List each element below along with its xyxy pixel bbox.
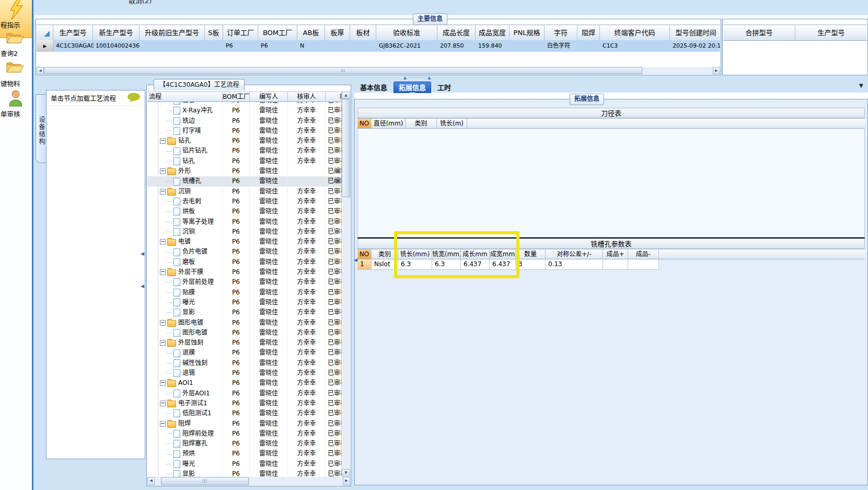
column-header[interactable]: 核审人 [288, 92, 326, 102]
column-header[interactable]: BOM工厂 [258, 25, 297, 41]
expand-icon[interactable] [160, 239, 166, 245]
process-row[interactable]: 电镀P6雷晓佳方幸幸已审核 [147, 237, 343, 247]
column-header[interactable]: BOM工厂 [223, 92, 250, 102]
column-header[interactable]: 直径(mm) [372, 118, 406, 129]
process-row[interactable]: 预烘P6雷晓佳方幸幸已审核 [147, 449, 343, 459]
sidebar-item-order-review[interactable]: 单审核 [0, 109, 32, 119]
process-row[interactable]: AOI1P6雷晓佳方幸幸已审核 [147, 378, 343, 388]
row-selector-icon[interactable]: ▶ [37, 40, 54, 52]
process-row[interactable]: 外形P6雷晓佳已编制 [147, 166, 343, 176]
scroll-thumb[interactable] [44, 67, 642, 74]
process-row[interactable]: 阻焊前处理P6雷晓佳方幸幸已审核 [147, 429, 343, 439]
column-header[interactable]: 成品+ [603, 249, 628, 259]
process-row[interactable]: X-Ray冲孔P6雷晓佳方幸幸已审核 [147, 106, 343, 116]
process-row[interactable]: 阻焊P6雷晓佳方幸幸已审核 [147, 419, 343, 429]
process-row[interactable]: 压合P6雷晓佳方幸幸已审核 [147, 102, 343, 106]
column-header[interactable]: 铣长(m) [437, 118, 467, 129]
column-header[interactable]: 阻焊 [577, 25, 600, 41]
expand-icon[interactable] [160, 380, 166, 386]
process-row[interactable]: 图形电镀P6雷晓佳方幸幸已审核 [147, 318, 343, 328]
scroll-left-icon[interactable]: ◀ [37, 67, 44, 74]
column-header[interactable]: AB板 [297, 25, 325, 41]
process-row[interactable]: 低阻测试1P6雷晓佳方幸幸已审核 [147, 408, 343, 418]
main-grid-selected-row[interactable]: ▶4C1C30AGA010010400243611P6P6NGJB362C-20… [37, 40, 720, 52]
scroll-up-icon[interactable]: ▲ [342, 92, 350, 99]
process-row[interactable]: 铣槽孔P6雷晓佳已编制 [147, 176, 343, 186]
process-row[interactable]: 退膜P6雷晓佳方幸幸已审核 [147, 348, 343, 358]
process-row[interactable]: 外层前处理P6雷晓佳方幸幸已审核 [147, 277, 343, 287]
tab-extended-info[interactable]: 拓展信息 [394, 82, 431, 93]
splitter-collapse-icon[interactable]: ◀ [354, 257, 357, 263]
process-row[interactable]: 烘板P6雷晓佳方幸幸已审核 [147, 207, 343, 216]
column-header[interactable]: 编写人 [250, 92, 288, 102]
process-vscrollbar[interactable]: ▲ ▼ [341, 92, 350, 476]
process-row[interactable]: 外层蚀刻P6雷晓佳方幸幸已审核 [147, 338, 343, 348]
column-header[interactable]: 流程 [147, 92, 223, 102]
expand-icon[interactable] [160, 340, 166, 346]
dropdown-icon[interactable]: ▼ [859, 83, 863, 88]
process-row[interactable]: 打字唛P6雷晓佳方幸幸已审核 [147, 126, 343, 136]
splitter-collapse-icon[interactable]: ◀ [141, 283, 144, 289]
column-header[interactable]: NO [357, 118, 372, 129]
select-all-cell[interactable] [37, 25, 53, 41]
column-header[interactable]: 成品宽度 [476, 25, 510, 41]
column-header[interactable]: 订单工厂 [223, 25, 258, 41]
scroll-track[interactable] [155, 477, 343, 485]
splitter-collapse-icon[interactable]: ◀ [141, 251, 144, 256]
process-flow-tab[interactable]: 【4C1C30AGA0】工艺流程 [154, 79, 245, 90]
tab-work-hours[interactable]: 工时 [433, 82, 456, 93]
column-header[interactable]: NO [357, 249, 372, 259]
scroll-track[interactable] [342, 99, 350, 469]
process-row[interactable]: 阻焊塞孔P6雷晓佳方幸幸已审核 [147, 439, 343, 449]
column-header[interactable]: 状态 [326, 92, 343, 102]
process-row[interactable]: 磨板P6雷晓佳方幸幸已审核 [147, 257, 343, 267]
expand-icon[interactable] [160, 320, 166, 326]
expand-icon[interactable] [160, 269, 166, 275]
process-row[interactable]: 铝片钻孔P6雷晓佳方幸幸已审核 [147, 146, 343, 156]
expand-icon[interactable] [160, 189, 166, 195]
scroll-thumb[interactable] [342, 99, 350, 197]
process-row[interactable]: 等离子处理P6雷晓佳方幸幸已审核 [147, 217, 343, 227]
column-header[interactable]: 板材 [350, 25, 376, 41]
column-header[interactable]: PNL规格 [510, 25, 545, 41]
expand-icon[interactable] [160, 168, 166, 174]
scroll-right-icon[interactable]: ▶ [713, 67, 720, 74]
tab-device-structure[interactable]: 设备结构 [36, 94, 46, 163]
column-header[interactable]: 字符 [545, 25, 577, 41]
cancel-button[interactable]: 取消(2) [129, 0, 152, 5]
process-row[interactable]: 沉铜P6雷晓佳方幸幸已审核 [147, 187, 343, 197]
column-header[interactable]: 成品- [628, 249, 659, 259]
process-row[interactable]: 外层干膜P6雷晓佳方幸幸已审核 [147, 267, 343, 277]
scroll-left-icon[interactable]: ◀ [147, 477, 155, 485]
sidebar-item-key-material[interactable]: 键物料 [0, 78, 32, 88]
expand-icon[interactable] [160, 401, 166, 406]
splitter-handle[interactable]: ▲ ········· ▲ [403, 75, 431, 80]
process-row[interactable]: 钻孔P6雷晓佳方幸幸已审核 [147, 156, 343, 166]
sidebar-item-query2[interactable]: 查询2 [0, 48, 32, 58]
column-header[interactable]: 合拼型号 [723, 25, 795, 41]
expand-icon[interactable] [160, 138, 166, 144]
process-row[interactable]: 碱性蚀刻P6雷晓佳方幸幸已审核 [147, 358, 343, 368]
process-row[interactable]: 退锡P6雷晓佳方幸幸已审核 [147, 368, 343, 378]
column-header[interactable]: S板 [205, 25, 223, 41]
column-header[interactable]: 生产型号 [53, 25, 93, 41]
scroll-down-icon[interactable]: ▼ [342, 469, 350, 476]
process-row[interactable]: 去毛刺P6雷晓佳方幸幸已审核 [147, 197, 343, 207]
column-header[interactable]: 新生产型号 [93, 25, 140, 41]
process-row[interactable]: 铣边P6雷晓佳方幸幸已审核 [147, 116, 343, 126]
process-row[interactable]: 贴膜P6雷晓佳方幸幸已审核 [147, 288, 343, 298]
scroll-right-icon[interactable]: ▶ [343, 477, 350, 485]
column-header[interactable]: 验收标准 [376, 25, 437, 41]
process-row[interactable]: 钻孔P6雷晓佳方幸幸已审核 [147, 136, 343, 146]
expand-icon[interactable] [160, 421, 166, 427]
column-header[interactable]: 板厚 [325, 25, 350, 41]
column-header[interactable]: 成品长度 [437, 25, 476, 41]
process-row[interactable]: 曝光P6雷晓佳方幸幸已审核 [147, 298, 343, 307]
column-header[interactable]: 终端客户代码 [600, 25, 670, 41]
process-hscrollbar[interactable]: ◀ ▶ [147, 477, 350, 485]
column-header[interactable]: 类别 [406, 118, 437, 129]
process-row[interactable]: 图形电镀P6雷晓佳方幸幸已审核 [147, 328, 343, 338]
column-header[interactable]: 型号创建时间 [670, 25, 720, 41]
process-row[interactable]: 沉铜P6雷晓佳方幸幸已审核 [147, 227, 343, 237]
scroll-thumb[interactable] [161, 477, 249, 485]
